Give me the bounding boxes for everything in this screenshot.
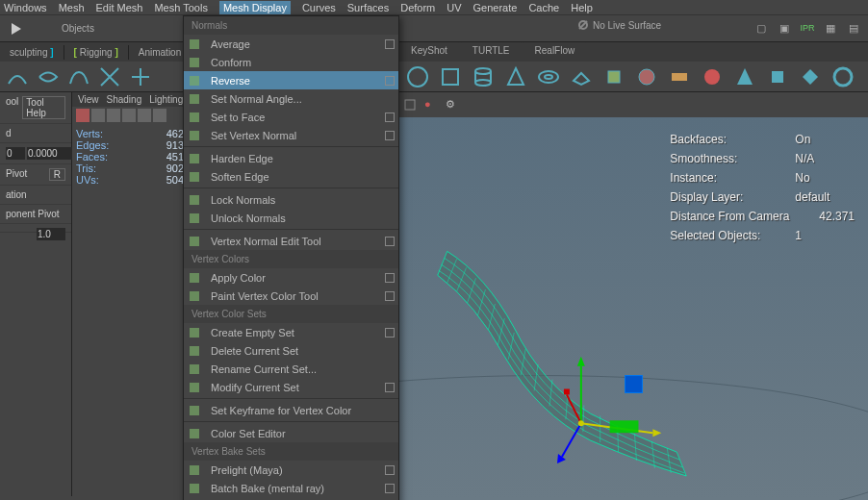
menu-mesh[interactable]: Mesh: [59, 2, 85, 13]
option-box[interactable]: [385, 465, 395, 475]
prim-icon-2[interactable]: [633, 63, 660, 90]
option-box[interactable]: [385, 76, 395, 86]
menu-surfaces[interactable]: Surfaces: [347, 2, 389, 13]
settings-icon[interactable]: ▤: [843, 17, 864, 38]
bookmark-icon[interactable]: [91, 109, 105, 122]
menu-item-color-set-editor[interactable]: Color Set Editor: [184, 424, 398, 442]
menu-item-paint-vertex-color-tool[interactable]: Paint Vertex Color Tool: [184, 287, 398, 305]
menu-item-average[interactable]: Average: [184, 35, 398, 53]
option-box[interactable]: [385, 131, 395, 140]
shading-menu[interactable]: Shading: [107, 94, 142, 105]
plugin-tab-keyshot[interactable]: KeyShot: [399, 42, 459, 59]
menu-edit-mesh[interactable]: Edit Mesh: [96, 2, 143, 13]
menu-item-set-keyframe-for-vertex-color[interactable]: Set Keyframe for Vertex Color: [184, 401, 398, 419]
menu-item-conform[interactable]: Conform: [184, 53, 398, 71]
menu-item-prelight-maya-[interactable]: Prelight (Maya): [184, 461, 398, 479]
separator: [184, 188, 398, 188]
option-box[interactable]: [385, 39, 395, 49]
plugin-tab-realflow[interactable]: RealFlow: [523, 42, 587, 59]
wire-icon[interactable]: [122, 109, 136, 122]
curve-tool-icon[interactable]: [4, 63, 31, 90]
option-box[interactable]: [385, 484, 395, 493]
option-box[interactable]: [385, 273, 395, 283]
grid-icon[interactable]: [107, 109, 120, 122]
menu-help[interactable]: Help: [571, 2, 593, 13]
cylinder-icon[interactable]: [470, 63, 497, 90]
curve-tool-icon-5[interactable]: [127, 63, 154, 90]
menu-item-set-vertex-normal[interactable]: Set Vertex Normal: [184, 126, 398, 144]
menu-item-delete-current-set[interactable]: Delete Current Set: [184, 341, 398, 360]
shelf-tab-sculpting[interactable]: sculpting ]: [0, 45, 64, 60]
prim-icon-6[interactable]: [764, 63, 791, 90]
curve-tool-icon-2[interactable]: [35, 63, 62, 90]
prim-icon-3[interactable]: [666, 63, 693, 90]
arrow-icon[interactable]: [4, 17, 31, 40]
shade-icon[interactable]: [138, 109, 151, 122]
menu-windows[interactable]: Windows: [4, 2, 47, 13]
menu-item-soften-edge[interactable]: Soften Edge: [184, 167, 398, 186]
menu-item-set-to-face[interactable]: Set to Face: [184, 108, 398, 126]
svg-rect-32: [190, 291, 199, 301]
prim-icon-8[interactable]: [830, 63, 856, 90]
edges-label: Edges:: [76, 139, 109, 151]
cone-icon[interactable]: [502, 63, 529, 90]
menu-item-modify-current-set[interactable]: Modify Current Set: [184, 378, 398, 396]
film-icon[interactable]: ▦: [820, 17, 841, 38]
menu-deform[interactable]: Deform: [400, 2, 435, 13]
shelf-icons-right: [404, 63, 856, 90]
tex-icon[interactable]: [153, 109, 166, 122]
menu-mesh-tools[interactable]: Mesh Tools: [154, 2, 207, 13]
view-menu[interactable]: View: [78, 94, 99, 105]
viewport-hud: Backfaces:On Smoothness:N/A Instance:No …: [670, 130, 855, 245]
render-icon[interactable]: ▢: [751, 17, 772, 38]
shelf-tab-rigging[interactable]: [ Rigging ]: [64, 45, 129, 60]
menu-cache[interactable]: Cache: [528, 2, 559, 13]
option-box[interactable]: [385, 237, 395, 246]
plane-icon[interactable]: [568, 63, 595, 90]
menu-item-create-empty-set[interactable]: Create Empty Set: [184, 323, 398, 341]
lighting-menu[interactable]: Lighting: [149, 94, 183, 105]
val-input-num[interactable]: [27, 147, 75, 160]
menu-curves[interactable]: Curves: [302, 2, 336, 13]
menu-generate[interactable]: Generate: [473, 2, 518, 13]
menu-uv[interactable]: UV: [447, 2, 461, 13]
val-input-0[interactable]: [6, 147, 25, 160]
gear-icon[interactable]: ⚙: [446, 98, 463, 115]
option-box[interactable]: [385, 328, 395, 338]
backfaces-label: Backfaces:: [670, 130, 795, 149]
val-input-one[interactable]: [37, 228, 65, 240]
menu-item-lock-normals[interactable]: Lock Normals: [184, 190, 398, 209]
option-box[interactable]: [385, 112, 395, 122]
menu-item-vertex-normal-edit-tool[interactable]: Vertex Normal Edit Tool: [184, 232, 398, 250]
torus-icon[interactable]: [535, 63, 562, 90]
menu-item-reverse[interactable]: Reverse: [184, 71, 398, 89]
curve-tool-icon-4[interactable]: [96, 63, 123, 90]
cube-icon[interactable]: [437, 63, 464, 90]
cam-icon[interactable]: [76, 109, 89, 122]
menu-item-harden-edge[interactable]: Harden Edge: [184, 149, 398, 167]
svg-rect-20: [190, 39, 199, 49]
curve-tool-icon-3[interactable]: [65, 63, 92, 90]
prim-icon-7[interactable]: [797, 63, 824, 90]
ipr-icon[interactable]: IPR: [797, 17, 818, 38]
menu-item-unlock-normals[interactable]: Unlock Normals: [184, 209, 398, 227]
dot-icon[interactable]: ●: [424, 98, 442, 115]
sphere-icon[interactable]: [404, 63, 431, 90]
plugin-tab-turtle[interactable]: TURTLE: [461, 42, 522, 59]
prim-icon-5[interactable]: [731, 63, 758, 90]
option-box[interactable]: [385, 383, 395, 392]
option-box[interactable]: [385, 291, 395, 301]
prim-icon-4[interactable]: [699, 63, 726, 90]
menu-item-rename-current-set-[interactable]: Rename Current Set...: [184, 360, 398, 378]
uvs-val: 504: [166, 174, 184, 186]
select-icon[interactable]: [403, 98, 421, 115]
menu-item-batch-bake-mental-ray-[interactable]: Batch Bake (mental ray): [184, 479, 398, 497]
prim-icon-1[interactable]: [600, 63, 627, 90]
menu-mesh-display[interactable]: Mesh Display: [219, 1, 291, 14]
live-surface-indicator[interactable]: No Live Surface: [577, 19, 661, 31]
pivot-label: Pivot: [6, 168, 27, 181]
render-icon-2[interactable]: ▣: [774, 17, 795, 38]
menu-item-apply-color[interactable]: Apply Color: [184, 268, 398, 287]
menu-item-set-normal-angle-[interactable]: Set Normal Angle...: [184, 89, 398, 108]
svg-point-3: [408, 67, 427, 87]
